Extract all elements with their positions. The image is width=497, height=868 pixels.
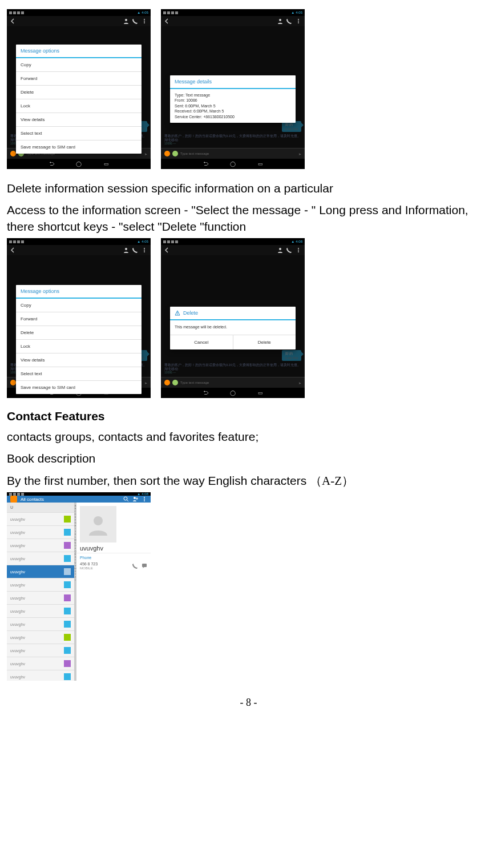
- chat-icon[interactable]: [142, 563, 147, 569]
- option-view-details[interactable]: View details: [16, 113, 142, 127]
- option-delete[interactable]: Delete: [16, 326, 142, 340]
- option-select-text[interactable]: Select text: [16, 367, 142, 381]
- send-button[interactable]: ➤: [144, 381, 147, 385]
- people-icon[interactable]: [123, 247, 129, 253]
- contact-row[interactable]: uvuvghv: [7, 565, 74, 578]
- option-view-details[interactable]: View details: [16, 353, 142, 367]
- attach-button[interactable]: [172, 380, 178, 385]
- contact-row[interactable]: uvuvghv: [7, 539, 74, 552]
- contact-row-name: uvuvghv: [10, 544, 25, 548]
- option-copy[interactable]: Copy: [16, 58, 142, 72]
- svg-rect-16: [177, 312, 178, 314]
- add-contact-icon[interactable]: [132, 496, 138, 502]
- screenshot-row-3: ▲4:08 All contacts Uuvuvghvuvuvghvuvuvgh…: [7, 492, 490, 681]
- option-lock[interactable]: Lock: [16, 340, 142, 353]
- option-save-sim[interactable]: Save message to SIM card: [16, 381, 142, 394]
- nav-back[interactable]: ⮌: [201, 390, 209, 396]
- people-icon[interactable]: [123, 18, 129, 24]
- option-forward[interactable]: Forward: [16, 312, 142, 326]
- contact-row[interactable]: uvuvghv: [7, 526, 74, 539]
- compose-input[interactable]: Type text message: [180, 381, 296, 384]
- send-button[interactable]: ➤: [144, 152, 147, 156]
- emoji-button[interactable]: [10, 380, 16, 385]
- status-left: [9, 240, 24, 243]
- contact-row[interactable]: uvuvghv: [7, 513, 74, 526]
- doc-paragraph: contacts groups, contacts and favorites …: [7, 429, 490, 445]
- doc-text-fragment-cjk: （A-Z）: [310, 474, 354, 488]
- option-forward[interactable]: Forward: [16, 72, 142, 86]
- contact-row[interactable]: uvuvghv: [7, 670, 74, 681]
- nav-recent[interactable]: ▭: [256, 161, 264, 167]
- option-save-sim[interactable]: Save message to SIM card: [16, 140, 142, 154]
- status-bar: ▲4:05: [7, 9, 151, 16]
- phone-icon[interactable]: [286, 247, 292, 253]
- contact-row[interactable]: uvuvghv: [7, 657, 74, 670]
- nav-back[interactable]: ⮌: [201, 161, 209, 167]
- status-left: [9, 493, 24, 496]
- nav-back[interactable]: ⮌: [47, 161, 55, 167]
- emoji-button[interactable]: [10, 151, 16, 156]
- send-button[interactable]: ➤: [298, 381, 301, 385]
- contact-row-name: uvuvghv: [10, 636, 25, 640]
- contact-row[interactable]: uvuvghv: [7, 618, 74, 631]
- overflow-icon[interactable]: [142, 247, 147, 253]
- phone-icon[interactable]: [132, 247, 138, 253]
- contacts-list[interactable]: Uuvuvghvuvuvghvuvuvghvuvuvghvuvuvghvuvuv…: [7, 503, 74, 681]
- cancel-button[interactable]: Cancel: [170, 335, 233, 349]
- search-icon[interactable]: [123, 496, 129, 502]
- back-icon[interactable]: [10, 18, 16, 24]
- overflow-icon[interactable]: [296, 18, 301, 24]
- overflow-icon[interactable]: [296, 247, 301, 253]
- warning-icon: [175, 310, 180, 316]
- dialog-button-row: Cancel Delete: [170, 335, 296, 349]
- status-time: 4:05: [142, 11, 148, 14]
- nav-home[interactable]: ◯: [229, 390, 237, 396]
- overflow-icon[interactable]: [142, 496, 147, 502]
- contact-row[interactable]: uvuvghv: [7, 578, 74, 592]
- compose-input[interactable]: Type text message: [180, 152, 296, 155]
- back-icon[interactable]: [164, 247, 170, 253]
- nav-home[interactable]: ◯: [75, 161, 83, 167]
- phone-icon[interactable]: [286, 18, 292, 24]
- emoji-button[interactable]: [164, 380, 170, 385]
- nav-home[interactable]: ◯: [229, 161, 237, 167]
- status-time: 4:05: [142, 240, 148, 243]
- doc-paragraph: Delete information session specific info…: [7, 180, 490, 196]
- contact-photo-placeholder[interactable]: [80, 506, 116, 542]
- contact-row-name: uvuvghv: [10, 517, 25, 521]
- status-bar: ▲4:05: [161, 9, 305, 16]
- screenshot-row-1: ▲4:05 好 的6:00 PM 尊敬的客户，您好！您的当前话费余额为3.20元…: [7, 9, 490, 169]
- send-button[interactable]: ➤: [298, 152, 301, 156]
- phone-icon[interactable]: [132, 18, 138, 24]
- delete-button[interactable]: Delete: [233, 335, 296, 349]
- attach-button[interactable]: [172, 151, 178, 156]
- svg-point-24: [94, 516, 103, 525]
- option-delete[interactable]: Delete: [16, 86, 142, 99]
- people-icon[interactable]: [277, 247, 283, 253]
- contact-row[interactable]: uvuvghv: [7, 552, 74, 565]
- contact-row[interactable]: uvuvghv: [7, 644, 74, 657]
- contact-name: uvuvghv: [76, 545, 151, 553]
- svg-point-12: [279, 248, 281, 250]
- dialog-title-text: Delete: [183, 310, 198, 316]
- me-avatar-icon[interactable]: [10, 496, 17, 503]
- people-icon[interactable]: [277, 18, 283, 24]
- contact-row[interactable]: uvuvghv: [7, 592, 74, 605]
- phone-row[interactable]: 456 8 723 MOBILE: [76, 560, 151, 572]
- nav-recent[interactable]: ▭: [102, 161, 110, 167]
- emoji-button[interactable]: [164, 151, 170, 156]
- option-copy[interactable]: Copy: [16, 299, 142, 312]
- contact-row[interactable]: uvuvghv: [7, 605, 74, 618]
- svg-point-6: [298, 21, 299, 22]
- option-lock[interactable]: Lock: [16, 99, 142, 113]
- contact-row[interactable]: uvuvghv: [7, 631, 74, 644]
- overflow-icon[interactable]: [142, 18, 147, 24]
- actionbar-title[interactable]: All contacts: [21, 497, 44, 502]
- back-icon[interactable]: [10, 247, 16, 253]
- delete-confirm-dialog: Delete This message will be deleted. Can…: [170, 307, 296, 349]
- nav-recent[interactable]: ▭: [256, 390, 264, 396]
- phone-icon[interactable]: [132, 563, 138, 569]
- back-icon[interactable]: [164, 18, 170, 24]
- svg-point-21: [144, 497, 145, 498]
- option-select-text[interactable]: Select text: [16, 127, 142, 140]
